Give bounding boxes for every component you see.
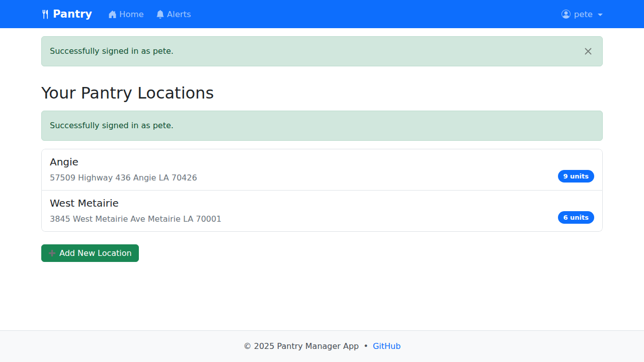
main-content: Successfully signed in as pete. Your Pan… — [35, 28, 609, 330]
location-item[interactable]: Angie 57509 Highway 436 Angie LA 70426 9… — [41, 149, 603, 191]
nav-home-label: Home — [119, 10, 144, 19]
location-address: 57509 Highway 436 Angie LA 70426 — [50, 172, 197, 183]
footer-copyright: © 2025 Pantry Manager App — [244, 341, 359, 351]
utensils-icon — [41, 9, 52, 20]
nav-item-alerts[interactable]: Alerts — [152, 6, 195, 23]
bell-icon — [156, 10, 165, 19]
alert-text: Successfully signed in as pete. — [50, 46, 174, 56]
plus-icon — [48, 249, 56, 257]
location-info: West Metairie 3845 West Metairie Ave Met… — [50, 197, 221, 224]
github-link[interactable]: GitHub — [373, 341, 400, 351]
home-icon — [108, 10, 117, 19]
navbar-container: Pantry Home Alerts — [35, 0, 609, 28]
close-icon[interactable] — [578, 41, 598, 61]
navbar: Pantry Home Alerts — [0, 0, 644, 28]
footer-separator: • — [363, 341, 368, 351]
location-info: Angie 57509 Highway 436 Angie LA 70426 — [50, 156, 197, 183]
page-alert-success: Successfully signed in as pete. — [41, 111, 603, 141]
person-circle-icon — [561, 10, 571, 19]
add-location-label: Add New Location — [59, 248, 132, 258]
location-address: 3845 West Metairie Ave Metairie LA 70001 — [50, 214, 221, 224]
nav-alerts-label: Alerts — [167, 10, 191, 19]
footer: © 2025 Pantry Manager App • GitHub — [0, 330, 644, 362]
page-title: Your Pantry Locations — [41, 83, 603, 103]
location-name: Angie — [50, 156, 197, 168]
user-name: pete — [574, 10, 593, 19]
flash-alert-success: Successfully signed in as pete. — [41, 36, 603, 66]
add-location-button[interactable]: Add New Location — [41, 244, 139, 262]
user-dropdown[interactable]: pete — [561, 6, 603, 23]
brand-label: Pantry — [53, 8, 92, 20]
locations-list: Angie 57509 Highway 436 Angie LA 70426 9… — [41, 149, 603, 232]
units-badge: 6 units — [558, 211, 595, 224]
location-item[interactable]: West Metairie 3845 West Metairie Ave Met… — [41, 191, 603, 232]
units-badge: 9 units — [558, 170, 595, 183]
caret-down-icon — [598, 14, 603, 16]
location-name: West Metairie — [50, 197, 221, 209]
alert-text: Successfully signed in as pete. — [50, 121, 174, 130]
page: Pantry Home Alerts — [0, 0, 644, 362]
brand-link[interactable]: Pantry — [41, 8, 92, 20]
nav-item-home[interactable]: Home — [104, 6, 148, 23]
